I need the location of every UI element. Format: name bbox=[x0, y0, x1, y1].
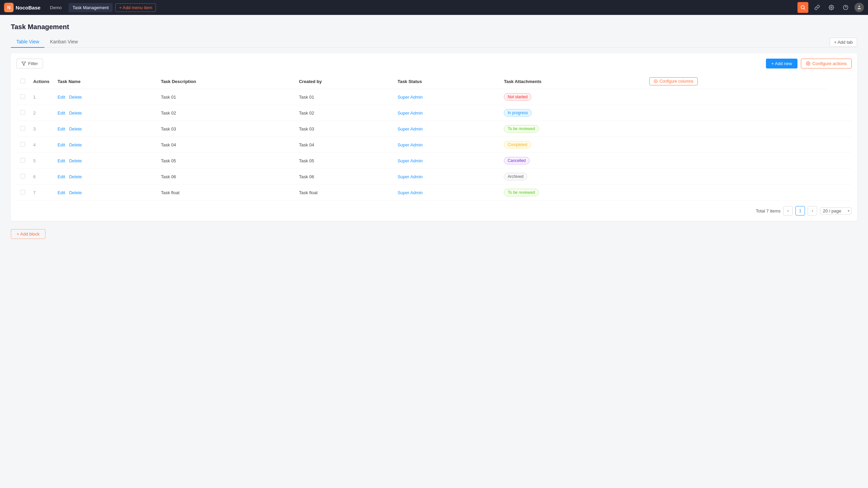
row-task-name: Task 04 bbox=[157, 137, 295, 153]
table-container: Filter + Add new Configure actions bbox=[11, 53, 857, 221]
row-checkbox[interactable] bbox=[20, 190, 25, 195]
edit-link[interactable]: Edit bbox=[58, 158, 65, 163]
logo-icon: N bbox=[4, 3, 14, 12]
search-icon-button[interactable] bbox=[797, 2, 808, 13]
status-badge: Cancelled bbox=[504, 157, 529, 164]
select-all-checkbox[interactable] bbox=[20, 79, 25, 83]
column-header-task-attachments: Task Attachments bbox=[500, 74, 645, 89]
row-task-attachments bbox=[645, 169, 826, 185]
table-toolbar: Filter + Add new Configure actions bbox=[16, 59, 852, 68]
edit-link[interactable]: Edit bbox=[58, 126, 65, 131]
configure-actions-button[interactable]: Configure actions bbox=[801, 59, 852, 68]
add-menu-item-button[interactable]: + Add menu item bbox=[115, 3, 156, 12]
created-by-link[interactable]: Super Admin bbox=[397, 126, 422, 131]
row-checkbox[interactable] bbox=[20, 142, 25, 147]
delete-link[interactable]: Delete bbox=[69, 174, 82, 179]
row-task-status: To be reviewed bbox=[500, 121, 645, 137]
logo[interactable]: N NocoBase bbox=[4, 3, 40, 12]
row-task-name: Task 05 bbox=[157, 153, 295, 169]
nav-right bbox=[797, 2, 864, 13]
row-checkbox-cell bbox=[16, 169, 29, 185]
row-task-attachments bbox=[645, 185, 826, 201]
tab-kanban-view[interactable]: Kanban View bbox=[44, 36, 83, 48]
table-row: 7 Edit Delete Task float Task float Supe… bbox=[16, 185, 852, 201]
column-header-actions: Actions bbox=[29, 74, 54, 89]
tabs-container: Table View Kanban View + Add tab bbox=[11, 36, 857, 48]
row-number: 5 bbox=[29, 153, 54, 169]
column-header-task-status: Task Status bbox=[393, 74, 500, 89]
table-row: 1 Edit Delete Task 01 Task 01 Super Admi… bbox=[16, 89, 852, 105]
row-checkbox[interactable] bbox=[20, 110, 25, 115]
status-badge: In progress bbox=[504, 109, 532, 117]
tab-table-view[interactable]: Table View bbox=[11, 36, 44, 48]
avatar[interactable] bbox=[854, 3, 864, 12]
row-checkbox-cell bbox=[16, 89, 29, 105]
settings-icon-button[interactable] bbox=[826, 2, 837, 13]
next-page-button[interactable]: › bbox=[808, 206, 817, 216]
row-checkbox[interactable] bbox=[20, 94, 25, 99]
table-row: 4 Edit Delete Task 04 Task 04 Super Admi… bbox=[16, 137, 852, 153]
edit-link[interactable]: Edit bbox=[58, 142, 65, 147]
row-created-by: Super Admin bbox=[393, 185, 500, 201]
data-table: Actions Task Name Task Description Creat… bbox=[16, 74, 852, 201]
add-new-button[interactable]: + Add new bbox=[766, 59, 797, 68]
row-task-attachments bbox=[645, 137, 826, 153]
edit-link[interactable]: Edit bbox=[58, 110, 65, 116]
row-actions: Edit Delete bbox=[54, 105, 157, 121]
filter-button[interactable]: Filter bbox=[16, 59, 43, 68]
row-checkbox[interactable] bbox=[20, 174, 25, 179]
delete-link[interactable]: Delete bbox=[69, 142, 82, 147]
created-by-link[interactable]: Super Admin bbox=[397, 190, 422, 195]
nav-item-demo[interactable]: Demo bbox=[46, 3, 66, 12]
nav-item-task-management[interactable]: Task Management bbox=[68, 3, 113, 12]
help-icon-button[interactable] bbox=[840, 2, 851, 13]
status-badge: Not started bbox=[504, 93, 531, 101]
row-task-status: In progress bbox=[500, 105, 645, 121]
row-task-name: Task 02 bbox=[157, 105, 295, 121]
edit-link[interactable]: Edit bbox=[58, 174, 65, 179]
row-checkbox[interactable] bbox=[20, 158, 25, 163]
page-size-select[interactable]: 20 / page 10 / page 50 / page 100 / page bbox=[820, 207, 852, 215]
created-by-link[interactable]: Super Admin bbox=[397, 95, 422, 100]
svg-marker-6 bbox=[22, 62, 26, 65]
svg-point-5 bbox=[859, 6, 860, 7]
row-task-name: Task 01 bbox=[157, 89, 295, 105]
row-number: 4 bbox=[29, 137, 54, 153]
delete-link[interactable]: Delete bbox=[69, 126, 82, 131]
delete-link[interactable]: Delete bbox=[69, 95, 82, 100]
row-checkbox-cell bbox=[16, 121, 29, 137]
row-task-status: Cancelled bbox=[500, 153, 645, 169]
prev-page-button[interactable]: ‹ bbox=[783, 206, 793, 216]
link-icon-button[interactable] bbox=[812, 2, 823, 13]
page-content: Task Management Table View Kanban View +… bbox=[0, 15, 868, 247]
column-header-task-description: Task Description bbox=[157, 74, 295, 89]
edit-link[interactable]: Edit bbox=[58, 95, 65, 100]
row-task-name: Task float bbox=[157, 185, 295, 201]
created-by-link[interactable]: Super Admin bbox=[397, 110, 422, 116]
row-task-status: Completed bbox=[500, 137, 645, 153]
row-actions: Edit Delete bbox=[54, 137, 157, 153]
row-checkbox-cell bbox=[16, 185, 29, 201]
created-by-link[interactable]: Super Admin bbox=[397, 142, 422, 147]
row-task-description: Task 03 bbox=[295, 121, 394, 137]
row-task-description: Task 01 bbox=[295, 89, 394, 105]
row-task-status: To be reviewed bbox=[500, 185, 645, 201]
row-created-by: Super Admin bbox=[393, 121, 500, 137]
current-page-button[interactable]: 1 bbox=[795, 206, 805, 216]
page-title: Task Management bbox=[11, 23, 857, 31]
delete-link[interactable]: Delete bbox=[69, 110, 82, 116]
row-task-attachments bbox=[645, 153, 826, 169]
row-checkbox[interactable] bbox=[20, 126, 25, 131]
row-actions: Edit Delete bbox=[54, 153, 157, 169]
configure-columns-label: Configure columns bbox=[659, 79, 693, 84]
delete-link[interactable]: Delete bbox=[69, 158, 82, 163]
status-badge: Completed bbox=[504, 141, 531, 148]
add-block-button[interactable]: + Add block bbox=[11, 229, 45, 239]
created-by-link[interactable]: Super Admin bbox=[397, 174, 422, 179]
configure-columns-button[interactable]: Configure columns bbox=[649, 77, 698, 85]
delete-link[interactable]: Delete bbox=[69, 190, 82, 195]
edit-link[interactable]: Edit bbox=[58, 190, 65, 195]
created-by-link[interactable]: Super Admin bbox=[397, 158, 422, 163]
add-tab-button[interactable]: + Add tab bbox=[830, 38, 857, 47]
configure-columns-cell: Configure columns bbox=[645, 74, 826, 89]
